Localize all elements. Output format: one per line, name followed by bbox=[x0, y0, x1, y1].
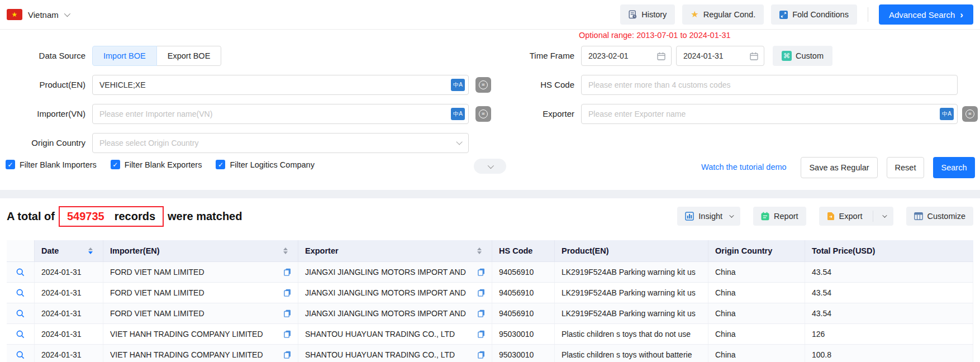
results-table: Date Importer(EN) Exporter HS Code Produ… bbox=[7, 240, 973, 362]
header-price: Total Price(USD) bbox=[805, 240, 973, 261]
reset-button[interactable]: Reset bbox=[887, 157, 924, 178]
cell-hs-code: 94056910 bbox=[492, 262, 555, 282]
view-detail-icon[interactable] bbox=[16, 330, 25, 339]
tutorial-demo-link[interactable]: Watch the tutorial demo bbox=[701, 163, 787, 172]
tab-export-boe[interactable]: Export BOE bbox=[157, 46, 222, 66]
header-exporter-sort[interactable]: Exporter bbox=[298, 240, 492, 261]
translate-icon[interactable]: 中A bbox=[940, 108, 954, 120]
regular-cond-button[interactable]: ★ Regular Cond. bbox=[682, 4, 764, 25]
importer-field-wrap: 中A bbox=[92, 104, 469, 124]
exporter-input[interactable] bbox=[581, 104, 958, 124]
importer-input[interactable] bbox=[92, 104, 469, 124]
history-icon bbox=[629, 10, 637, 19]
country-selector[interactable]: ★ Vietnam bbox=[7, 9, 69, 20]
optional-range-hint: Optional range: 2013-07-01 to 2024-01-31 bbox=[579, 31, 731, 40]
divider bbox=[868, 7, 868, 22]
cell-date: 2024-01-31 bbox=[35, 303, 103, 323]
cell-hs-code: 95030010 bbox=[492, 345, 555, 362]
copy-icon[interactable] bbox=[478, 351, 485, 359]
history-button[interactable]: History bbox=[620, 4, 675, 25]
view-detail-icon[interactable] bbox=[16, 288, 25, 298]
chevron-down-icon bbox=[488, 162, 494, 168]
export-icon bbox=[827, 212, 835, 221]
copy-icon[interactable] bbox=[284, 289, 291, 297]
origin-country-select[interactable]: Please select Origin Country bbox=[92, 133, 469, 153]
country-name: Vietnam bbox=[28, 10, 59, 20]
report-button[interactable]: Report bbox=[753, 207, 806, 226]
advanced-search-label: Advanced Search bbox=[889, 10, 955, 20]
copy-icon[interactable] bbox=[284, 268, 291, 276]
exporter-exact-match-icon[interactable]: = bbox=[962, 106, 978, 122]
copy-icon[interactable] bbox=[478, 330, 485, 338]
copy-icon[interactable] bbox=[284, 330, 291, 338]
view-detail-icon[interactable] bbox=[16, 350, 25, 360]
insight-icon bbox=[685, 212, 694, 221]
cell-exporter: SHANTOU HUAYUAN TRADING CO., LTD bbox=[305, 350, 455, 359]
translate-icon[interactable]: 中A bbox=[451, 79, 465, 91]
checkbox-filter-blank-importers[interactable]: ✓ Filter Blank Importers bbox=[6, 160, 97, 169]
cell-product: Plastic children s toys without batterie bbox=[555, 345, 708, 362]
view-detail-icon[interactable] bbox=[16, 268, 25, 277]
cell-price: 43.54 bbox=[805, 303, 973, 323]
regular-cond-label: Regular Cond. bbox=[703, 10, 756, 19]
hs-code-input[interactable] bbox=[581, 75, 958, 95]
cell-product: LK2919F524AB Parking warning kit us bbox=[555, 262, 708, 282]
customize-button[interactable]: Customize bbox=[906, 207, 974, 226]
header-importer-sort[interactable]: Importer(EN) bbox=[103, 240, 298, 261]
insight-button[interactable]: Insight bbox=[677, 207, 740, 226]
hs-code-label: HS Code bbox=[489, 75, 574, 95]
vietnam-flag-icon: ★ bbox=[7, 9, 22, 20]
custom-label: Custom bbox=[796, 51, 824, 60]
product-input[interactable] bbox=[92, 75, 469, 95]
checkbox-checked-icon: ✓ bbox=[111, 160, 120, 169]
export-label: Export bbox=[839, 212, 863, 221]
date-start-picker[interactable]: 2023-02-01 bbox=[581, 46, 672, 66]
copy-icon[interactable] bbox=[478, 289, 485, 297]
checkbox-filter-logitics-company[interactable]: ✓ Filter Logitics Company bbox=[216, 160, 315, 169]
date-end-value: 2024-01-31 bbox=[683, 51, 724, 60]
copy-icon[interactable] bbox=[284, 309, 291, 317]
export-button[interactable]: Export bbox=[819, 207, 893, 226]
chevron-down-icon bbox=[729, 213, 734, 217]
customize-columns-icon bbox=[914, 212, 923, 220]
summary-suffix: were matched bbox=[168, 210, 242, 223]
sort-icons bbox=[477, 247, 482, 254]
cell-product: LK2919F524AB Parking warning kit us bbox=[555, 283, 708, 303]
cell-price: 126 bbox=[805, 324, 973, 344]
cell-origin: China bbox=[708, 283, 805, 303]
search-button[interactable]: Search bbox=[933, 157, 975, 178]
save-as-regular-button[interactable]: Save as Regular bbox=[801, 157, 878, 178]
translate-icon[interactable]: 中A bbox=[451, 108, 465, 120]
date-start-value: 2023-02-01 bbox=[588, 51, 629, 60]
importer-label: Importer(VN) bbox=[0, 104, 85, 124]
checkbox-checked-icon: ✓ bbox=[6, 160, 15, 169]
cell-hs-code: 95030010 bbox=[492, 324, 555, 344]
insight-label: Insight bbox=[698, 212, 722, 221]
advanced-search-button[interactable]: Advanced Search › bbox=[879, 4, 973, 25]
sort-icons bbox=[88, 247, 93, 254]
checkbox-filter-blank-exporters[interactable]: ✓ Filter Blank Exporters bbox=[111, 160, 202, 169]
cell-hs-code: 94056910 bbox=[492, 283, 555, 303]
copy-icon[interactable] bbox=[478, 268, 485, 276]
cell-origin: China bbox=[708, 303, 805, 323]
calendar-icon bbox=[750, 52, 758, 60]
summary-prefix: A total of bbox=[7, 210, 55, 223]
chevron-down-icon[interactable] bbox=[882, 213, 887, 217]
record-count: 549735 bbox=[67, 210, 104, 223]
cell-price: 43.54 bbox=[805, 262, 973, 282]
table-row: 2024-01-31 FORD VIET NAM LIMITED JIANGXI… bbox=[7, 283, 973, 303]
header-date-sort[interactable]: Date bbox=[35, 240, 103, 261]
collapse-conditions-button[interactable] bbox=[474, 159, 506, 174]
view-detail-icon[interactable] bbox=[16, 309, 25, 318]
tab-import-boe[interactable]: Import BOE bbox=[92, 46, 157, 66]
origin-country-placeholder: Please select Origin Country bbox=[99, 139, 198, 147]
copy-icon[interactable] bbox=[284, 351, 291, 359]
results-section: A total of 549735 records were matched I… bbox=[0, 203, 980, 362]
date-end-picker[interactable]: 2024-01-31 bbox=[676, 46, 764, 66]
copy-icon[interactable] bbox=[478, 309, 485, 317]
cell-date: 2024-01-31 bbox=[35, 262, 103, 282]
custom-range-button[interactable]: ⌘ Custom bbox=[773, 46, 832, 66]
fold-conditions-button[interactable]: Fold Conditions bbox=[771, 4, 857, 25]
cell-date: 2024-01-31 bbox=[35, 283, 103, 303]
cell-price: 100.8 bbox=[805, 345, 973, 362]
